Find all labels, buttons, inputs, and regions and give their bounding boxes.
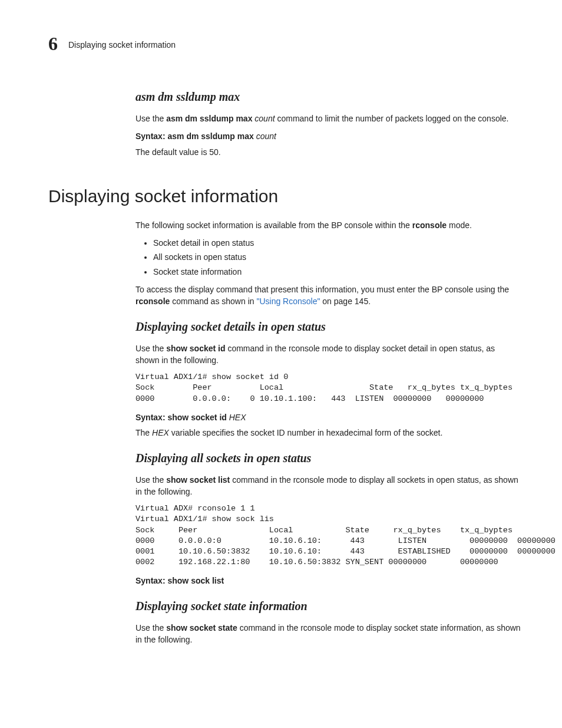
body-content: asm dm ssldump max Use the asm dm ssldum…: [135, 88, 521, 158]
text: command to limit the number of packets l…: [275, 114, 509, 123]
text: Use the: [135, 475, 166, 485]
text: command as shown in: [170, 297, 256, 306]
text: The: [135, 428, 152, 437]
syntax-arg: count: [256, 131, 276, 141]
heading-ssldump: asm dm ssldump max: [135, 88, 521, 106]
cmd-bold: rconsole: [412, 220, 447, 230]
cmd-bold: show socket state: [166, 623, 237, 633]
syntax-label: Syntax:: [135, 413, 166, 422]
para-detail-1: Use the show socket id command in the rc…: [135, 342, 521, 367]
text: To access the display command that prese…: [135, 285, 509, 294]
text: The following socket information is avai…: [135, 220, 412, 230]
list-item: All sockets in open status: [153, 251, 521, 263]
cmd-arg: count: [254, 114, 275, 123]
syntax-arg: HEX: [229, 413, 246, 422]
syntax-list: Syntax: show sock list: [135, 575, 521, 587]
para-state-1: Use the show socket state command in the…: [135, 622, 521, 646]
para-intro-1: The following socket information is avai…: [135, 219, 521, 231]
para-list-1: Use the show socket list command in the …: [135, 474, 521, 498]
text: Use the: [135, 344, 166, 353]
running-head: 6 Displaying socket information: [48, 34, 521, 53]
syntax-detail: Syntax: show socket id HEX: [135, 411, 521, 423]
cmd-bold: rconsole: [135, 297, 170, 306]
text: on page 145.: [320, 297, 371, 306]
text: Use the: [135, 114, 166, 123]
syntax-label: Syntax:: [135, 576, 166, 585]
heading-main: Displaying socket information: [48, 186, 521, 206]
var-italic: HEX: [152, 428, 169, 437]
body-content-2: The following socket information is avai…: [135, 219, 521, 645]
code-block-detail: Virtual ADX1/1# show socket id 0 Sock Pe…: [135, 372, 521, 404]
chapter-title: Displaying socket information: [68, 40, 176, 50]
para-ssldump-1: Use the asm dm ssldump max count command…: [135, 113, 521, 124]
para-ssldump-2: The default value is 50.: [135, 146, 521, 158]
heading-state: Displaying socket state information: [135, 598, 521, 615]
heading-list: Displaying all sockets in open status: [135, 450, 521, 467]
syntax-cmd: asm dm ssldump max: [167, 131, 253, 141]
page: 6 Displaying socket information asm dm s…: [0, 0, 562, 728]
para-detail-2: The HEX variable specifies the socket ID…: [135, 427, 521, 439]
para-intro-2: To access the display command that prese…: [135, 284, 521, 308]
syntax-label: Syntax:: [135, 131, 166, 141]
link-using-rconsole[interactable]: "Using Rconsole": [256, 297, 320, 306]
intro-bullet-list: Socket detail in open status All sockets…: [135, 237, 521, 278]
syntax-cmd: show sock list: [167, 576, 224, 585]
cmd-bold: show socket list: [166, 475, 230, 485]
code-block-list: Virtual ADX# rconsole 1 1 Virtual ADX1/1…: [135, 503, 521, 568]
syntax-ssldump: Syntax: asm dm ssldump max count: [135, 130, 521, 142]
cmd-bold: asm dm ssldump max: [166, 114, 252, 123]
list-item: Socket detail in open status: [153, 237, 521, 249]
chapter-number: 6: [48, 34, 58, 53]
text: variable specifies the socket ID number …: [169, 428, 443, 437]
list-item: Socket state information: [153, 266, 521, 278]
heading-detail: Displaying socket details in open status: [135, 318, 521, 335]
cmd-bold: show socket id: [166, 344, 225, 353]
text: Use the: [135, 623, 166, 633]
text: mode.: [447, 220, 472, 230]
syntax-cmd: show socket id: [167, 413, 226, 422]
